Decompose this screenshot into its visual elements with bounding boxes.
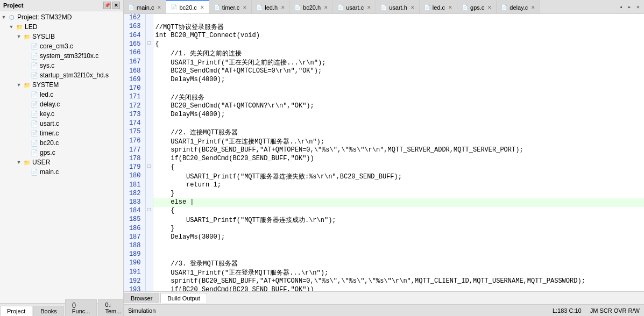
- line-code[interactable]: USART1_Printf("正在登录MQTT服务器...\r\n");: [153, 268, 644, 277]
- tree-expander-usart_c[interactable]: [23, 120, 30, 127]
- editor-tab-led_h[interactable]: 📄led.h✕: [252, 0, 290, 14]
- line-code[interactable]: DelayMs(4000);: [153, 111, 644, 119]
- line-code[interactable]: [153, 14, 644, 23]
- sidebar-bottom-tab[interactable]: Project: [0, 306, 32, 316]
- tree-expander-gps_c[interactable]: [23, 149, 30, 156]
- editor-tab-usart_c[interactable]: 📄usart.c✕: [333, 0, 376, 14]
- tree-expander-bc20_c[interactable]: [23, 139, 30, 147]
- sidebar-bottom-tab[interactable]: () Func...: [65, 299, 97, 316]
- line-code[interactable]: }: [153, 225, 644, 233]
- line-code[interactable]: //关闭服务: [153, 93, 644, 102]
- tree-item-delay_c[interactable]: 📄delay.c: [0, 99, 123, 109]
- tree-expander-sys[interactable]: [23, 62, 30, 69]
- editor-tab-timer_c[interactable]: 📄timer.c✕: [209, 0, 252, 14]
- project-tree[interactable]: ▼⬡Project: STM32MD▼📁LED▼📁SYSLIB📄core_cm3…: [0, 11, 123, 303]
- line-code[interactable]: }: [153, 190, 644, 198]
- tree-item-usart_c[interactable]: 📄usart.c: [0, 119, 123, 128]
- tab-close-button[interactable]: ✕: [448, 5, 452, 10]
- line-code[interactable]: //2. 连接MQTT服务器: [153, 128, 644, 137]
- tab-close-button[interactable]: ✕: [487, 5, 492, 10]
- sidebar-bottom-tab[interactable]: 0↓ Tem...: [98, 299, 124, 316]
- tree-expander-key_c[interactable]: [23, 110, 30, 118]
- tab-scroll-left[interactable]: ◂: [617, 3, 625, 11]
- editor-tab-usart_h[interactable]: 📄usart.h✕: [376, 0, 420, 14]
- tree-expander-proj[interactable]: ▼: [0, 13, 8, 21]
- tree-item-proj[interactable]: ▼⬡Project: STM32MD: [0, 12, 123, 22]
- line-code[interactable]: {: [153, 40, 644, 49]
- sidebar-close-button[interactable]: ✕: [112, 2, 120, 9]
- tree-item-gps_c[interactable]: 📄gps.c: [0, 148, 123, 157]
- editor-tab-main_c[interactable]: 📄main.c✕: [124, 0, 166, 14]
- tree-icon-user: 📁: [23, 159, 31, 166]
- tab-scroll-right[interactable]: ▸: [626, 3, 633, 11]
- tab-close-button[interactable]: ✕: [281, 5, 285, 10]
- tree-expander-timer_c[interactable]: [23, 130, 30, 137]
- tree-expander-syslib[interactable]: ▼: [15, 33, 23, 40]
- tree-expander-delay_c[interactable]: [23, 100, 30, 108]
- line-code[interactable]: DelayMs(3000);: [153, 233, 644, 242]
- tree-expander-startup[interactable]: [23, 71, 30, 79]
- line-code[interactable]: [153, 84, 644, 93]
- line-code[interactable]: int BC20_MQTT_Connect(void): [153, 32, 644, 40]
- line-code[interactable]: USART1_Printf("MQTT服务器连接成功.\r\n");: [153, 216, 644, 225]
- tree-item-led[interactable]: ▼📁LED: [0, 22, 123, 32]
- line-code[interactable]: [153, 250, 644, 259]
- tree-expander-led[interactable]: ▼: [8, 23, 15, 31]
- tree-expander-system_stm32[interactable]: [23, 52, 30, 60]
- line-code[interactable]: BC20_SendCmd("AT+QMTCONN?\r\n","OK");: [153, 102, 644, 111]
- tree-item-timer_c[interactable]: 📄timer.c: [0, 128, 123, 138]
- line-code[interactable]: sprintf(BC20_SEND_BUFF,"AT+QMTCONN=0,\"%…: [153, 277, 644, 286]
- tree-item-user[interactable]: ▼📁USER: [0, 157, 123, 167]
- line-code[interactable]: //3. 登录MQTT服务器: [153, 259, 644, 268]
- line-code[interactable]: [153, 242, 644, 250]
- tab-close-button[interactable]: ✕: [200, 5, 204, 10]
- editor-tab-gps_c[interactable]: 📄gps.c✕: [457, 0, 497, 14]
- tree-expander-core_cm3[interactable]: [23, 42, 30, 50]
- line-code[interactable]: USART1_Printf("正在连接MQTT服务器..\r\n");: [153, 137, 644, 146]
- line-code[interactable]: {: [153, 207, 644, 216]
- tree-item-system[interactable]: ▼📁SYSTEM: [0, 80, 123, 90]
- bottom-panel-tab[interactable]: Browser: [124, 293, 159, 303]
- tree-expander-user[interactable]: ▼: [15, 159, 23, 166]
- tab-close-all[interactable]: ✕: [634, 3, 642, 11]
- tree-item-bc20_c[interactable]: 📄bc20.c: [0, 138, 123, 148]
- editor-tab-led_c[interactable]: 📄led.c✕: [420, 0, 457, 14]
- line-code[interactable]: //1. 先关闭之前的连接: [153, 49, 644, 58]
- tree-item-led_c[interactable]: 📄led.c: [0, 90, 123, 99]
- line-code[interactable]: sprintf(BC20_SEND_BUFF,"AT+QMTOPEN=0,\"%…: [153, 146, 644, 155]
- tree-item-system_stm32[interactable]: 📄system_stm32f10x.c: [0, 51, 123, 61]
- sidebar-pin-button[interactable]: 📌: [103, 2, 111, 9]
- tab-close-button[interactable]: ✕: [411, 5, 415, 10]
- line-code[interactable]: [153, 119, 644, 128]
- tree-expander-system[interactable]: ▼: [15, 81, 23, 89]
- sidebar-bottom-tab[interactable]: Books: [33, 306, 64, 316]
- line-code[interactable]: USART1_Printf("正在关闭之前的连接...\r\n");: [153, 58, 644, 67]
- editor-tab-bc20_c[interactable]: 📄bc20.c✕: [166, 0, 209, 14]
- tree-expander-main_c[interactable]: [23, 168, 30, 176]
- bottom-panel-tab[interactable]: Build Output: [160, 293, 207, 303]
- line-code[interactable]: DelayMs(4000);: [153, 76, 644, 84]
- line-code[interactable]: {: [153, 163, 644, 172]
- editor-tab-bc20_h[interactable]: 📄bc20.h✕: [290, 0, 333, 14]
- line-code[interactable]: //MQTT协议登录服务器: [153, 23, 644, 32]
- tree-item-core_cm3[interactable]: 📄core_cm3.c: [0, 41, 123, 51]
- tree-item-main_c[interactable]: 📄main.c: [0, 167, 123, 177]
- tree-expander-led_c[interactable]: [23, 91, 30, 98]
- tab-close-button[interactable]: ✕: [243, 5, 247, 10]
- tab-close-button[interactable]: ✕: [157, 5, 161, 10]
- editor-tab-delay_c[interactable]: 📄delay.c✕: [497, 0, 540, 14]
- line-code[interactable]: BC20_SendCmd("AT+QMTCLOSE=0\r\n","OK");: [153, 67, 644, 76]
- line-code[interactable]: else |: [153, 198, 644, 207]
- tree-item-key_c[interactable]: 📄key.c: [0, 109, 123, 119]
- code-editor[interactable]: 162163//MQTT协议登录服务器164int BC20_MQTT_Conn…: [124, 14, 644, 291]
- line-code[interactable]: return 1;: [153, 181, 644, 190]
- tree-item-syslib[interactable]: ▼📁SYSLIB: [0, 32, 123, 41]
- tab-close-button[interactable]: ✕: [367, 5, 371, 10]
- line-code[interactable]: if(BC20_SendCmd(BC20_SEND_BUFF,"OK")): [153, 286, 644, 291]
- line-code[interactable]: USART1_Printf("MQTT服务器连接失败:%s\r\n",BC20_…: [153, 172, 644, 181]
- tab-close-button[interactable]: ✕: [531, 5, 535, 10]
- tree-item-sys[interactable]: 📄sys.c: [0, 61, 123, 70]
- tree-item-startup[interactable]: 📄startup_stm32f10x_hd.s: [0, 70, 123, 80]
- tab-close-button[interactable]: ✕: [324, 5, 328, 10]
- line-code[interactable]: if(BC20_SendCmd(BC20_SEND_BUFF,"OK")): [153, 155, 644, 163]
